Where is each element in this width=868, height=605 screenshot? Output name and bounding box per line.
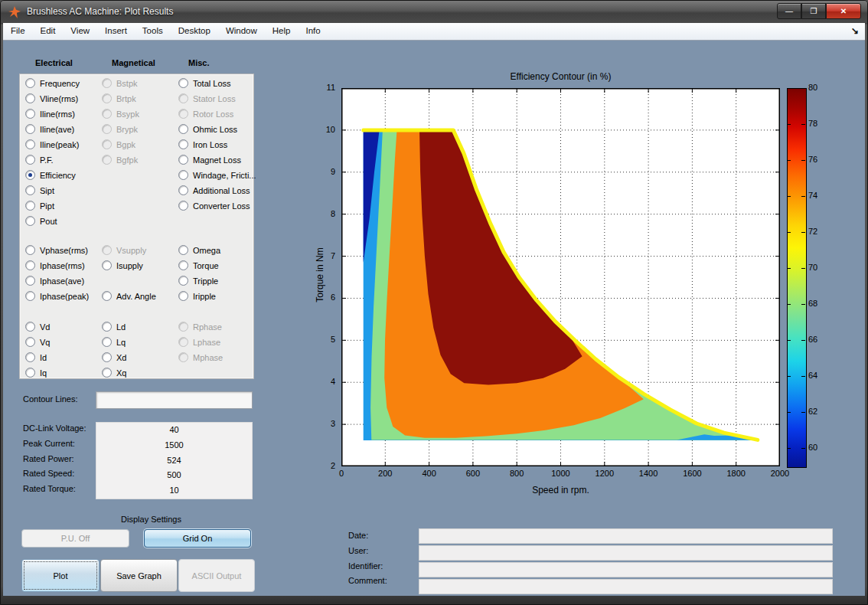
efficiency-contour-plot (341, 88, 780, 466)
radio-circle-iphase-peak (25, 291, 35, 301)
y-tick-11: 11 (312, 83, 335, 92)
radio-iphase-ave[interactable]: Iphase(ave) (25, 275, 84, 286)
colorbar-dash-right-74 (801, 196, 805, 197)
radio-label-stator-loss: Stator Loss (193, 94, 236, 103)
radio-id[interactable]: Id (25, 352, 47, 363)
radio-circle-ohmic-loss (178, 124, 188, 134)
radio-circle-lq (102, 337, 112, 347)
menu-item-tools[interactable]: Tools (135, 23, 171, 40)
radio-tripple[interactable]: Tripple (178, 275, 218, 286)
radio-label-lq: Lq (116, 338, 126, 347)
menu-item-insert[interactable]: Insert (97, 23, 135, 40)
radio-circle-vsupply (102, 245, 112, 255)
radio-converter-loss[interactable]: Converter Loss (178, 200, 250, 211)
y-tick-8: 8 (312, 209, 335, 218)
contour-lines-label: Contour Lines: (23, 394, 78, 404)
radio-xd[interactable]: Xd (102, 352, 126, 363)
radio-ld[interactable]: Ld (102, 321, 126, 332)
radio-iline-peak[interactable]: Iline(peak) (25, 139, 79, 150)
radio-circle-bgfpk (102, 155, 112, 165)
radio-iphase-peak[interactable]: Iphase(peak) (25, 290, 89, 302)
radio-xq[interactable]: Xq (102, 367, 126, 378)
radio-label-id: Id (40, 353, 47, 362)
colorbar-dash-right-78 (801, 124, 805, 125)
radio-circle-mphase (178, 352, 188, 362)
radio-sipt[interactable]: Sipt (25, 185, 54, 196)
radio-label-adv-angle: Adv. Angle (116, 292, 156, 301)
radio-label-sipt: Sipt (40, 186, 54, 195)
colorbar-dash-right-70 (801, 268, 805, 269)
radio-total-loss[interactable]: Total Loss (178, 77, 231, 89)
radio-vphase-rms[interactable]: Vphase(rms) (25, 244, 88, 256)
colorbar-dash-right-80 (801, 88, 805, 89)
radio-label-iron-loss: Iron Loss (193, 140, 227, 149)
radio-vd[interactable]: Vd (25, 321, 50, 332)
radio-pout[interactable]: Pout (25, 215, 57, 227)
label-dc-link-voltage: DC-Link Voltage: (23, 424, 86, 433)
radio-label-pipt: Pipt (40, 201, 54, 211)
radio-iline-ave[interactable]: Iline(ave) (25, 123, 74, 135)
radio-circle-rotor-loss (178, 109, 188, 119)
colorbar-dash-left-76 (787, 160, 791, 161)
save-graph-button[interactable]: Save Graph (100, 559, 178, 592)
contour-lines-input[interactable] (96, 391, 253, 409)
x-tick-400: 400 (414, 469, 445, 478)
radio-omega[interactable]: Omega (178, 244, 220, 256)
radio-vq[interactable]: Vq (25, 336, 50, 348)
radio-isupply[interactable]: Isupply (102, 260, 143, 271)
menu-item-window[interactable]: Window (218, 23, 265, 40)
radio-p-f[interactable]: P.F. (25, 154, 54, 165)
x-tick-2000: 2000 (765, 469, 795, 478)
radio-label-lphase: Lphase (193, 338, 220, 347)
radio-frequency[interactable]: Frequency (25, 77, 80, 89)
radio-label-iq: Iq (40, 368, 47, 378)
colorbar-dash-right-62 (801, 412, 805, 413)
radio-circle-bsypk (102, 109, 112, 119)
radio-label-xq: Xq (116, 368, 126, 378)
radio-label-iphase-peak: Iphase(peak) (40, 292, 89, 301)
window-controls: —❐✕ (777, 3, 861, 19)
y-tick-10: 10 (312, 125, 335, 134)
x-tick-1800: 1800 (721, 469, 752, 478)
menu-item-desktop[interactable]: Desktop (171, 23, 218, 40)
radio-adv-angle[interactable]: Adv. Angle (102, 290, 156, 302)
radio-additional-loss[interactable]: Additional Loss (178, 185, 250, 196)
radio-iripple[interactable]: Iripple (178, 290, 216, 302)
grid-on-button[interactable]: Grid On (144, 529, 251, 548)
radio-brtpk: Brtpk (102, 93, 136, 104)
x-axis-label: Speed in rpm. (341, 485, 780, 495)
radio-circle-windage-fricti (178, 170, 188, 180)
input-date[interactable] (419, 528, 833, 544)
radio-magnet-loss[interactable]: Magnet Loss (178, 154, 241, 165)
radio-circle-xd (102, 352, 112, 362)
input-comment[interactable] (419, 579, 833, 594)
value-rated-torque: 10 (96, 483, 252, 499)
close-button[interactable]: ✕ (826, 3, 861, 19)
menu-item-info[interactable]: Info (298, 23, 328, 40)
radio-iline-rms[interactable]: Iline(rms) (25, 108, 75, 119)
radio-circle-iron-loss (178, 139, 188, 149)
radio-efficiency[interactable]: Efficiency (25, 169, 76, 181)
menu-overflow-arrow[interactable]: ↘ (851, 25, 859, 36)
menu-item-file[interactable]: File (3, 23, 33, 40)
radio-vline-rms[interactable]: Vline(rms) (25, 93, 78, 104)
radio-circle-iq (25, 368, 35, 378)
radio-torque[interactable]: Torque (178, 260, 219, 271)
menu-item-help[interactable]: Help (265, 23, 299, 40)
radio-iphase-rms[interactable]: Iphase(rms) (25, 260, 85, 271)
radio-ohmic-loss[interactable]: Ohmic Loss (178, 123, 237, 135)
radio-lq[interactable]: Lq (102, 336, 126, 348)
radio-iq[interactable]: Iq (25, 367, 47, 378)
y-tick-6: 6 (312, 293, 335, 302)
radio-windage-fricti[interactable]: Windage, Fricti... (178, 169, 256, 181)
plot-button[interactable]: Plot (21, 559, 100, 592)
radio-iron-loss[interactable]: Iron Loss (178, 139, 227, 150)
colorbar-dash-left-64 (787, 376, 791, 377)
menu-item-view[interactable]: View (63, 23, 97, 40)
minimize-button[interactable]: — (777, 3, 801, 19)
maximize-button[interactable]: ❐ (801, 3, 826, 19)
input-identifier[interactable] (419, 562, 833, 577)
radio-pipt[interactable]: Pipt (25, 200, 54, 211)
menu-item-edit[interactable]: Edit (33, 23, 64, 40)
input-user[interactable] (419, 545, 833, 561)
